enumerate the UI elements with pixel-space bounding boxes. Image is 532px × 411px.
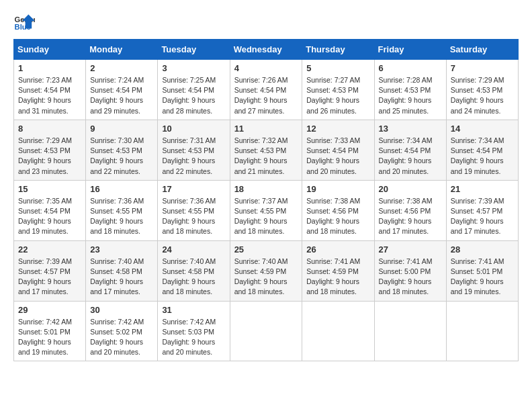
day-cell-8: 8 Sunrise: 7:29 AM Sunset: 4:53 PM Dayli… <box>14 120 86 180</box>
day-number: 4 <box>234 63 298 73</box>
week-row-4: 22 Sunrise: 7:39 AM Sunset: 4:57 PM Dayl… <box>14 240 519 301</box>
header-row: SundayMondayTuesdayWednesdayThursdayFrid… <box>14 40 519 60</box>
empty-cell <box>302 301 374 361</box>
day-cell-9: 9 Sunrise: 7:30 AM Sunset: 4:53 PM Dayli… <box>86 120 158 180</box>
day-cell-7: 7 Sunrise: 7:29 AM Sunset: 4:53 PM Dayli… <box>446 60 518 120</box>
day-number: 3 <box>162 63 225 73</box>
day-number: 17 <box>162 184 225 194</box>
day-number: 13 <box>379 124 442 134</box>
day-info: Sunrise: 7:26 AM Sunset: 4:54 PM Dayligh… <box>234 75 298 116</box>
day-cell-22: 22 Sunrise: 7:39 AM Sunset: 4:57 PM Dayl… <box>14 240 86 301</box>
empty-cell <box>374 301 446 361</box>
day-cell-10: 10 Sunrise: 7:31 AM Sunset: 4:53 PM Dayl… <box>158 120 230 180</box>
day-number: 6 <box>379 63 442 73</box>
day-cell-27: 27 Sunrise: 7:41 AM Sunset: 5:00 PM Dayl… <box>374 240 446 301</box>
day-number: 11 <box>234 124 298 134</box>
day-info: Sunrise: 7:37 AM Sunset: 4:55 PM Dayligh… <box>234 196 298 237</box>
day-number: 1 <box>18 63 81 73</box>
day-info: Sunrise: 7:40 AM Sunset: 4:58 PM Dayligh… <box>162 257 225 298</box>
day-cell-26: 26 Sunrise: 7:41 AM Sunset: 4:59 PM Dayl… <box>302 240 374 301</box>
day-info: Sunrise: 7:36 AM Sunset: 4:55 PM Dayligh… <box>90 196 153 237</box>
day-number: 21 <box>451 184 514 194</box>
day-number: 24 <box>162 244 225 255</box>
day-info: Sunrise: 7:31 AM Sunset: 4:53 PM Dayligh… <box>162 136 225 177</box>
day-number: 9 <box>90 124 153 134</box>
day-number: 25 <box>234 244 298 255</box>
day-cell-19: 19 Sunrise: 7:38 AM Sunset: 4:56 PM Dayl… <box>302 180 374 240</box>
empty-cell <box>230 301 302 361</box>
day-cell-1: 1 Sunrise: 7:23 AM Sunset: 4:54 PM Dayli… <box>14 60 86 120</box>
day-number: 27 <box>379 244 442 255</box>
day-cell-14: 14 Sunrise: 7:34 AM Sunset: 4:54 PM Dayl… <box>446 120 518 180</box>
day-info: Sunrise: 7:36 AM Sunset: 4:55 PM Dayligh… <box>162 196 225 237</box>
day-cell-18: 18 Sunrise: 7:37 AM Sunset: 4:55 PM Dayl… <box>230 180 302 240</box>
day-cell-28: 28 Sunrise: 7:41 AM Sunset: 5:01 PM Dayl… <box>446 240 518 301</box>
header-cell-monday: Monday <box>86 40 158 60</box>
day-cell-25: 25 Sunrise: 7:40 AM Sunset: 4:59 PM Dayl… <box>230 240 302 301</box>
day-number: 16 <box>90 184 153 194</box>
day-info: Sunrise: 7:42 AM Sunset: 5:01 PM Dayligh… <box>18 317 81 358</box>
day-info: Sunrise: 7:41 AM Sunset: 5:00 PM Dayligh… <box>379 257 442 298</box>
day-info: Sunrise: 7:40 AM Sunset: 4:58 PM Dayligh… <box>90 257 153 298</box>
header-cell-friday: Friday <box>374 40 446 60</box>
day-number: 18 <box>234 184 298 194</box>
calendar-table: SundayMondayTuesdayWednesdayThursdayFrid… <box>13 39 519 361</box>
day-number: 26 <box>306 244 369 255</box>
week-row-1: 1 Sunrise: 7:23 AM Sunset: 4:54 PM Dayli… <box>14 60 519 120</box>
day-cell-15: 15 Sunrise: 7:35 AM Sunset: 4:54 PM Dayl… <box>14 180 86 240</box>
logo: General Blue <box>13 13 35 32</box>
day-info: Sunrise: 7:33 AM Sunset: 4:54 PM Dayligh… <box>306 136 369 177</box>
day-number: 12 <box>306 124 369 134</box>
day-info: Sunrise: 7:29 AM Sunset: 4:53 PM Dayligh… <box>18 136 81 177</box>
day-info: Sunrise: 7:23 AM Sunset: 4:54 PM Dayligh… <box>18 75 81 116</box>
day-cell-5: 5 Sunrise: 7:27 AM Sunset: 4:53 PM Dayli… <box>302 60 374 120</box>
day-info: Sunrise: 7:40 AM Sunset: 4:59 PM Dayligh… <box>234 257 298 298</box>
day-number: 15 <box>18 184 81 194</box>
day-cell-13: 13 Sunrise: 7:34 AM Sunset: 4:54 PM Dayl… <box>374 120 446 180</box>
day-info: Sunrise: 7:41 AM Sunset: 4:59 PM Dayligh… <box>306 257 369 298</box>
week-row-2: 8 Sunrise: 7:29 AM Sunset: 4:53 PM Dayli… <box>14 120 519 180</box>
header-cell-sunday: Sunday <box>14 40 86 60</box>
day-cell-23: 23 Sunrise: 7:40 AM Sunset: 4:58 PM Dayl… <box>86 240 158 301</box>
empty-cell <box>446 301 518 361</box>
header-cell-saturday: Saturday <box>446 40 518 60</box>
day-cell-31: 31 Sunrise: 7:42 AM Sunset: 5:03 PM Dayl… <box>158 301 230 361</box>
day-info: Sunrise: 7:39 AM Sunset: 4:57 PM Dayligh… <box>18 257 81 298</box>
day-info: Sunrise: 7:42 AM Sunset: 5:03 PM Dayligh… <box>162 317 225 358</box>
day-info: Sunrise: 7:35 AM Sunset: 4:54 PM Dayligh… <box>18 196 81 237</box>
week-row-3: 15 Sunrise: 7:35 AM Sunset: 4:54 PM Dayl… <box>14 180 519 240</box>
day-cell-4: 4 Sunrise: 7:26 AM Sunset: 4:54 PM Dayli… <box>230 60 302 120</box>
day-number: 10 <box>162 124 225 134</box>
day-cell-21: 21 Sunrise: 7:39 AM Sunset: 4:57 PM Dayl… <box>446 180 518 240</box>
day-cell-3: 3 Sunrise: 7:25 AM Sunset: 4:54 PM Dayli… <box>158 60 230 120</box>
day-number: 5 <box>306 63 369 73</box>
day-number: 31 <box>162 305 225 315</box>
header-cell-tuesday: Tuesday <box>158 40 230 60</box>
day-info: Sunrise: 7:30 AM Sunset: 4:53 PM Dayligh… <box>90 136 153 177</box>
day-number: 20 <box>379 184 442 194</box>
day-number: 8 <box>18 124 81 134</box>
day-number: 22 <box>18 244 81 255</box>
day-number: 7 <box>451 63 514 73</box>
header-cell-thursday: Thursday <box>302 40 374 60</box>
day-info: Sunrise: 7:34 AM Sunset: 4:54 PM Dayligh… <box>451 136 514 177</box>
day-info: Sunrise: 7:28 AM Sunset: 4:53 PM Dayligh… <box>379 75 442 116</box>
day-cell-20: 20 Sunrise: 7:38 AM Sunset: 4:56 PM Dayl… <box>374 180 446 240</box>
day-number: 19 <box>306 184 369 194</box>
day-number: 14 <box>451 124 514 134</box>
day-cell-11: 11 Sunrise: 7:32 AM Sunset: 4:53 PM Dayl… <box>230 120 302 180</box>
day-info: Sunrise: 7:25 AM Sunset: 4:54 PM Dayligh… <box>162 75 225 116</box>
day-info: Sunrise: 7:24 AM Sunset: 4:54 PM Dayligh… <box>90 75 153 116</box>
day-info: Sunrise: 7:32 AM Sunset: 4:53 PM Dayligh… <box>234 136 298 177</box>
day-info: Sunrise: 7:38 AM Sunset: 4:56 PM Dayligh… <box>379 196 442 237</box>
day-cell-29: 29 Sunrise: 7:42 AM Sunset: 5:01 PM Dayl… <box>14 301 86 361</box>
header-cell-wednesday: Wednesday <box>230 40 302 60</box>
day-cell-17: 17 Sunrise: 7:36 AM Sunset: 4:55 PM Dayl… <box>158 180 230 240</box>
day-info: Sunrise: 7:38 AM Sunset: 4:56 PM Dayligh… <box>306 196 369 237</box>
day-cell-2: 2 Sunrise: 7:24 AM Sunset: 4:54 PM Dayli… <box>86 60 158 120</box>
day-cell-24: 24 Sunrise: 7:40 AM Sunset: 4:58 PM Dayl… <box>158 240 230 301</box>
day-number: 30 <box>90 305 153 315</box>
day-info: Sunrise: 7:39 AM Sunset: 4:57 PM Dayligh… <box>451 196 514 237</box>
day-number: 23 <box>90 244 153 255</box>
day-info: Sunrise: 7:42 AM Sunset: 5:02 PM Dayligh… <box>90 317 153 358</box>
